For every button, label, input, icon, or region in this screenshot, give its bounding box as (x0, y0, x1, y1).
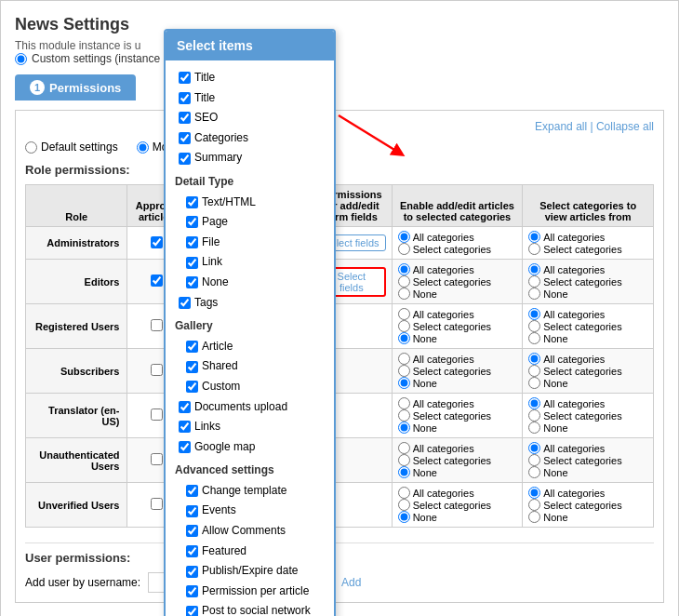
group-advanced: Advanced settings (175, 461, 325, 481)
table-row: Administrators Select fields All categor… (26, 227, 654, 260)
role-unverified: Unverified Users (26, 483, 127, 528)
add-user-row: Add user by username: Add (25, 572, 654, 593)
item-file: File (175, 233, 325, 253)
item-title1: Title (175, 68, 325, 88)
page-container: News Settings This module instance is u … (0, 0, 679, 616)
view-cat-unverified: All categories Select categories None (523, 483, 654, 528)
page-subtitle: This module instance is u Custom setting… (15, 39, 664, 65)
table-row: Translator (en-US) All categories Select… (26, 394, 654, 438)
item-seo: SEO (175, 108, 325, 128)
tab-num: 1 (30, 80, 45, 95)
item-page: Page (175, 212, 325, 233)
default-settings-radio[interactable] (25, 141, 37, 154)
dropdown-body: Title Title SEO Categories Summary Detai… (166, 60, 334, 616)
enable-add-translator: All categories Select categories None (392, 394, 523, 438)
default-settings-label[interactable]: Default settings (25, 141, 118, 154)
collapse-all-link[interactable]: Collapse all (596, 120, 654, 133)
tab-bar: 1 Permissions (15, 74, 664, 100)
custom-settings-label: Custom settings (instance (32, 52, 160, 65)
custom-settings-row: Custom settings (instance (15, 52, 664, 65)
view-cat-editors: All categories Select categories None (523, 260, 654, 304)
role-subscribers: Subscribers (26, 349, 127, 394)
view-cat-administrators: All categories Select categories (523, 227, 654, 260)
page-title: News Settings (15, 15, 664, 34)
item-texthtml: Text/HTML (175, 193, 325, 213)
item-events: Events (175, 501, 325, 521)
view-cat-subscribers: All categories Select categories None (523, 349, 654, 394)
role-registered: Registered Users (26, 304, 127, 349)
item-summary: Summary (175, 148, 325, 168)
enable-add-subscribers: All categories Select categories None (392, 349, 523, 394)
role-permissions-title: Role permissions: (25, 163, 654, 177)
select-items-dropdown: Select items Title Title SEO Categories … (164, 29, 336, 616)
enable-add-unauthenticated: All categories Select categories None (392, 438, 523, 483)
module-instance-radio[interactable] (137, 141, 149, 154)
dropdown-header: Select items (166, 31, 334, 60)
item-none: None (175, 273, 325, 293)
enable-add-registered: All categories Select categories None (392, 304, 523, 349)
item-categories: Categories (175, 128, 325, 149)
expand-all-link[interactable]: Expand all (535, 120, 587, 133)
item-links: Links (175, 417, 325, 437)
separator: | (590, 120, 592, 133)
item-shared: Shared (175, 356, 325, 377)
item-change-template: Change template (175, 481, 325, 502)
role-administrators: Administrators (26, 227, 127, 260)
item-title2: Title (175, 88, 325, 109)
view-cat-registered: All categories Select categories None (523, 304, 654, 349)
view-cat-translator: All categories Select categories None (523, 394, 654, 438)
tab-permissions[interactable]: 1 Permissions (15, 74, 136, 100)
item-article: Article (175, 337, 325, 357)
table-row: Subscribers All categories Select catego… (26, 349, 654, 394)
col-select-categories: Select categories to view articles from (523, 185, 654, 227)
table-row: Registered Users All categories Select c… (26, 304, 654, 349)
main-content: Expand all | Collapse all Default settin… (15, 110, 664, 603)
enable-add-editors: All categories Select categories None (392, 260, 523, 304)
default-settings-text: Default settings (41, 141, 118, 154)
item-documents-upload: Documents upload (175, 397, 325, 418)
col-enable-add: Enable add/edit articles to selected cat… (392, 185, 523, 227)
table-row: Editors Select fields All categories Sel… (26, 260, 654, 304)
permissions-table: Role Approvearticles Documentdownloads V… (25, 184, 654, 528)
group-gallery: Gallery (175, 316, 325, 337)
expand-collapse-row: Expand all | Collapse all (25, 120, 654, 133)
item-google-map: Google map (175, 437, 325, 458)
enable-add-administrators: All categories Select categories (392, 227, 523, 260)
item-allow-comments: Allow Comments (175, 521, 325, 542)
table-row: Unverified Users All categories Select c… (26, 483, 654, 528)
enable-add-unverified: All categories Select categories None (392, 483, 523, 528)
view-cat-unauthenticated: All categories Select categories None (523, 438, 654, 483)
item-publish-expire: Publish/Expire date (175, 561, 325, 582)
item-featured: Featured (175, 542, 325, 562)
item-custom: Custom (175, 377, 325, 397)
instance-radio-row: Default settings Module instance (overri… (25, 141, 654, 154)
role-unauthenticated: Unauthenticated Users (26, 438, 127, 483)
add-user-link[interactable]: Add (341, 576, 361, 589)
item-post-social: Post to social network (175, 601, 325, 616)
item-permission-per-article: Permission per article (175, 582, 325, 602)
item-link: Link (175, 252, 325, 273)
item-tags: Tags (175, 293, 325, 314)
role-editors: Editors (26, 260, 127, 304)
user-permissions-title: User permissions: (25, 542, 654, 565)
custom-settings-radio[interactable] (15, 53, 27, 65)
tab-permissions-label: Permissions (49, 81, 121, 95)
add-user-label: Add user by username: (25, 576, 140, 589)
group-detail-type: Detail Type (175, 172, 325, 193)
role-translator: Translator (en-US) (26, 394, 127, 438)
table-row: Unauthenticated Users All categories Sel… (26, 438, 654, 483)
col-role: Role (26, 185, 127, 227)
